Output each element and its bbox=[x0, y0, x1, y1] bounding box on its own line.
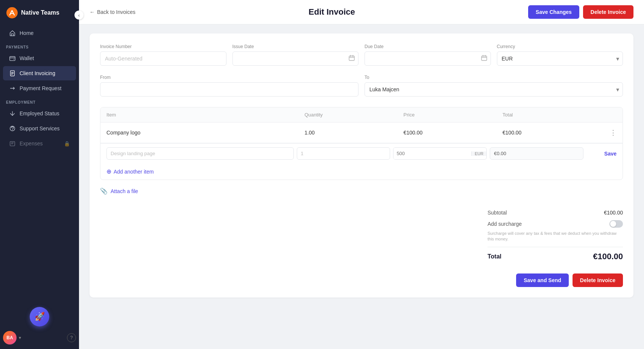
col-price-header: Price bbox=[404, 112, 503, 118]
client-invoicing-label: Client Invoicing bbox=[20, 70, 55, 76]
svg-rect-8 bbox=[481, 56, 487, 60]
payment-request-label: Payment Request bbox=[20, 85, 61, 91]
main-content: ← Back to Invoices Edit Invoice Save Cha… bbox=[79, 0, 644, 349]
sidebar-logo: Native Teams bbox=[0, 0, 79, 26]
toggle-knob bbox=[610, 221, 616, 227]
col-actions-header bbox=[601, 112, 617, 118]
surcharge-label: Add surcharge bbox=[488, 221, 522, 227]
item-menu-button[interactable]: ⋮ bbox=[601, 128, 617, 137]
expenses-label: Expenses bbox=[20, 141, 43, 147]
subtotal-value: €100.00 bbox=[604, 210, 623, 216]
total-final-value: €100.00 bbox=[593, 252, 623, 261]
delete-invoice-button-bottom[interactable]: Delete Invoice bbox=[573, 273, 623, 287]
chevron-left-icon: ‹ bbox=[78, 12, 80, 18]
native-teams-logo-icon bbox=[6, 7, 18, 19]
employed-status-icon bbox=[9, 110, 16, 117]
support-services-label: Support Services bbox=[20, 125, 60, 131]
to-field: To Luka Majcen ▾ bbox=[365, 75, 623, 97]
table-row: Company logo 1.00 €100.00 €100.00 ⋮ bbox=[100, 122, 623, 143]
item-qty-cell: 1.00 bbox=[304, 130, 403, 136]
to-select-wrapper: Luka Majcen ▾ bbox=[365, 82, 623, 97]
sidebar-item-payment-request[interactable]: Payment Request bbox=[3, 81, 76, 95]
save-changes-button[interactable]: Save Changes bbox=[528, 5, 579, 19]
payments-section-label: PAYMENTS bbox=[0, 41, 79, 51]
top-bar: ← Back to Invoices Edit Invoice Save Cha… bbox=[79, 0, 644, 24]
item-name-cell: Company logo bbox=[106, 130, 304, 136]
bottom-actions: Save and Send Delete Invoice bbox=[488, 273, 623, 287]
total-final-row: Total €100.00 bbox=[488, 247, 623, 266]
home-label: Home bbox=[20, 30, 33, 36]
surcharge-row: Add surcharge bbox=[488, 219, 623, 229]
due-date-input[interactable]: 01/02/2022 bbox=[365, 51, 491, 66]
issue-date-field: Issue Date 20/01/2022 bbox=[232, 44, 359, 66]
sidebar-item-support-services[interactable]: Support Services bbox=[3, 121, 76, 136]
issue-date-wrapper: 20/01/2022 bbox=[232, 51, 359, 66]
surcharge-note: Surcharge will cover any tax & fees that… bbox=[488, 231, 623, 242]
employment-section-label: EMPLOYMENT bbox=[0, 96, 79, 106]
plus-circle-icon: ⊕ bbox=[106, 168, 111, 175]
svg-rect-7 bbox=[349, 56, 354, 60]
issue-date-label: Issue Date bbox=[232, 44, 359, 49]
due-date-calendar-icon bbox=[481, 55, 487, 62]
save-and-send-button[interactable]: Save and Send bbox=[516, 273, 569, 287]
add-another-item-row[interactable]: ⊕ Add another item bbox=[100, 163, 623, 180]
new-item-price-input[interactable] bbox=[393, 148, 471, 159]
support-services-icon bbox=[9, 125, 16, 132]
invoice-form-card: Invoice Number Issue Date 20/01/2022 Due… bbox=[90, 33, 633, 298]
col-quantity-header: Quantity bbox=[304, 112, 403, 118]
from-input[interactable]: Barbara bbox=[100, 82, 358, 97]
svg-point-2 bbox=[14, 59, 14, 60]
avatar[interactable]: BA bbox=[3, 331, 17, 344]
employed-status-label: Employed Status bbox=[20, 110, 59, 116]
from-field: From Barbara bbox=[100, 75, 358, 97]
chevron-down-icon: ▾ bbox=[19, 335, 21, 340]
invoice-header-row: Invoice Number Issue Date 20/01/2022 Due… bbox=[100, 44, 623, 66]
app-name: Native Teams bbox=[21, 9, 59, 16]
back-to-invoices-link[interactable]: ← Back to Invoices bbox=[90, 9, 135, 15]
sidebar-item-home[interactable]: Home bbox=[3, 26, 76, 40]
rocket-icon: 🚀 bbox=[35, 312, 45, 322]
currency-select-wrapper: EUR USD GBP ▾ bbox=[497, 51, 623, 66]
due-date-wrapper: 01/02/2022 bbox=[365, 51, 491, 66]
delete-invoice-button-top[interactable]: Delete Invoice bbox=[583, 5, 633, 19]
sidebar-collapse-button[interactable]: ‹ bbox=[74, 11, 84, 20]
sidebar-item-expenses[interactable]: Expenses 🔒 bbox=[3, 136, 76, 151]
paperclip-icon: 📎 bbox=[100, 187, 108, 195]
surcharge-toggle[interactable] bbox=[609, 220, 623, 228]
col-total-header: Total bbox=[503, 112, 601, 118]
new-item-name-input[interactable] bbox=[106, 147, 294, 160]
form-area: Invoice Number Issue Date 20/01/2022 Due… bbox=[79, 24, 644, 307]
help-icon[interactable]: ? bbox=[67, 333, 76, 342]
currency-select[interactable]: EUR USD GBP bbox=[497, 51, 623, 66]
new-item-save-link[interactable]: Save bbox=[586, 151, 617, 157]
new-item-row: EUR €0.00 Save bbox=[100, 143, 623, 163]
attach-file-row[interactable]: 📎 Attach a file bbox=[100, 187, 623, 195]
sidebar-item-employed-status[interactable]: Employed Status bbox=[3, 106, 76, 121]
new-item-qty-input[interactable] bbox=[297, 147, 390, 160]
sidebar-bottom: BA ▾ ? bbox=[0, 326, 79, 349]
sidebar-item-wallet[interactable]: Wallet bbox=[3, 51, 76, 65]
home-icon bbox=[9, 30, 16, 36]
currency-field: Currency EUR USD GBP ▾ bbox=[497, 44, 623, 66]
item-price-cell: €100.00 bbox=[404, 130, 503, 136]
invoice-number-field: Invoice Number bbox=[100, 44, 226, 66]
invoice-number-input[interactable] bbox=[100, 51, 226, 66]
items-table-header: Item Quantity Price Total bbox=[100, 107, 623, 122]
sidebar-item-client-invoicing[interactable]: Client Invoicing bbox=[3, 66, 76, 80]
new-item-price-wrapper: EUR bbox=[393, 147, 487, 160]
price-currency-badge: EUR bbox=[471, 151, 486, 156]
back-arrow-icon: ← bbox=[90, 9, 95, 15]
total-final-label: Total bbox=[488, 253, 501, 260]
svg-point-5 bbox=[12, 130, 12, 131]
from-to-row: From Barbara To Luka Majcen ▾ bbox=[100, 75, 623, 97]
items-table: Item Quantity Price Total Company logo 1… bbox=[100, 107, 623, 180]
payment-request-icon bbox=[9, 85, 16, 92]
rocket-button[interactable]: 🚀 bbox=[30, 307, 49, 326]
col-item-header: Item bbox=[106, 112, 304, 118]
subtotal-row: Subtotal €100.00 bbox=[488, 207, 623, 219]
currency-label: Currency bbox=[497, 44, 623, 49]
issue-date-input[interactable]: 20/01/2022 bbox=[232, 51, 359, 66]
to-select[interactable]: Luka Majcen bbox=[365, 82, 623, 97]
to-label: To bbox=[365, 75, 623, 80]
wallet-icon bbox=[9, 55, 16, 62]
